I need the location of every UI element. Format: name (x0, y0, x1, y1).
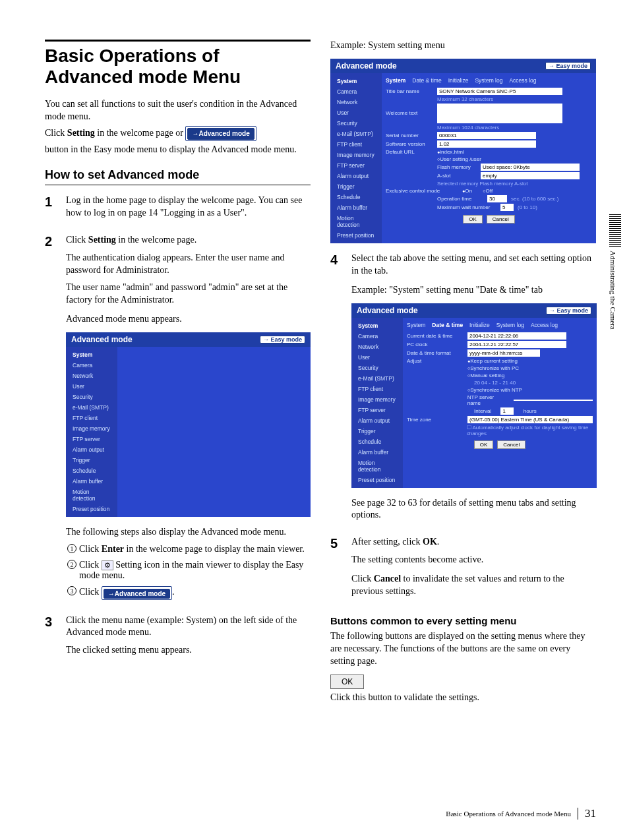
sidebar-item[interactable]: Motion detection (351, 458, 403, 475)
screenshot-advanced-menu: Advanced mode → Easy mode SystemCameraNe… (66, 332, 311, 517)
shot-sidebar-2: SystemCameraNetworkUserSecuritye-Mail (S… (330, 73, 382, 243)
easy-mode-link[interactable]: → Easy mode (260, 336, 305, 344)
sidebar-item[interactable]: Network (66, 371, 117, 381)
sidebar-item[interactable]: System (330, 76, 382, 86)
step-2: 2 Click Setting in the welcome page. The… (45, 234, 311, 605)
ok-button-image: OK (330, 675, 364, 689)
buttons-para: The following buttons are displayed on t… (330, 630, 596, 668)
sidebar-item[interactable]: Schedule (330, 192, 382, 202)
sidebar-item[interactable]: Preset position (351, 475, 403, 485)
sidebar-item[interactable]: Camera (66, 360, 117, 371)
sidebar-item[interactable]: Network (351, 342, 403, 352)
sidebar-item[interactable]: Trigger (351, 426, 403, 436)
page-number: 31 (585, 807, 596, 820)
sidebar-item[interactable]: Schedule (66, 465, 117, 476)
ok-button-2[interactable]: OK (474, 440, 494, 449)
sidebar-item[interactable]: User (330, 107, 382, 118)
substep-3: 3Click →Advanced mode. (67, 586, 311, 599)
sidebar-item[interactable]: User (66, 381, 117, 392)
ok-desc: Click this button to validate the settin… (330, 692, 596, 704)
sidebar-item[interactable]: Image memory (66, 423, 117, 434)
sidebar-item[interactable]: Security (330, 118, 382, 129)
sidebar-item[interactable]: e-Mail (SMTP) (351, 373, 403, 384)
sidebar-item[interactable]: System (351, 320, 403, 331)
sidebar-item[interactable]: Alarm buffer (351, 447, 403, 458)
ok-button[interactable]: OK (463, 215, 483, 224)
example-caption-1: Example: System setting menu (330, 40, 596, 52)
sidebar-item[interactable]: Alarm buffer (66, 476, 117, 487)
sidebar-item[interactable]: Alarm output (330, 171, 382, 181)
shot-sidebar: SystemCameraNetworkUserSecuritye-Mail (S… (66, 347, 117, 517)
sidebar-item[interactable]: Image memory (351, 394, 403, 405)
sidebar-item[interactable]: Preset position (330, 230, 382, 241)
sidebar-item[interactable]: System (66, 349, 117, 360)
intro-p3: button in the Easy mode menu to display … (45, 144, 311, 156)
sidebar-item[interactable]: Trigger (330, 181, 382, 192)
page-footer: Basic Operations of Advanced mode Menu 3… (446, 807, 596, 820)
cancel-button-2[interactable]: Cancel (497, 440, 525, 449)
easy-mode-link-2[interactable]: → Easy mode (545, 62, 591, 70)
step-3: 3 Click the menu name (example: System) … (45, 615, 311, 663)
sidebar-item[interactable]: e-Mail (SMTP) (66, 402, 117, 413)
sidebar-item[interactable]: Camera (330, 86, 382, 97)
sidebar-item[interactable]: Motion detection (66, 487, 117, 504)
sidebar-item[interactable]: Alarm output (351, 415, 403, 426)
sidebar-item[interactable]: Security (66, 392, 117, 402)
shot-sidebar-3: SystemCameraNetworkUserSecuritye-Mail (S… (351, 318, 403, 488)
shot-title: Advanced mode (71, 335, 133, 344)
screenshot-datetime-tab: Advanced mode → Easy mode SystemCameraNe… (351, 303, 597, 488)
sidebar-item[interactable]: FTP server (330, 160, 382, 171)
sidebar-item[interactable]: FTP server (66, 434, 117, 444)
page-title: Basic Operations of Advanced mode Menu (45, 45, 311, 88)
sidebar-item[interactable]: e-Mail (SMTP) (330, 129, 382, 139)
step-5: 5 After setting, click OK. The setting c… (330, 536, 596, 603)
sidebar-item[interactable]: FTP server (351, 405, 403, 415)
shot-tabs: System Date & time Initialize System log… (386, 77, 592, 84)
substep-1: 1Click Enter in the welcome page to disp… (67, 544, 311, 555)
right-column: Example: System setting menu Advanced mo… (330, 40, 596, 706)
substep-2: 2Click ⚙ Setting icon in the main viewer… (67, 560, 311, 581)
step-1: 1 Log in the home page to display the we… (45, 195, 311, 225)
cancel-button[interactable]: Cancel (487, 215, 515, 224)
sidebar-item[interactable]: Camera (351, 331, 403, 342)
advanced-mode-button-inline: →Advanced mode (185, 126, 256, 141)
sidebar-item[interactable]: Preset position (66, 504, 117, 514)
sidebar-item[interactable]: Alarm buffer (330, 202, 382, 213)
sidebar-item[interactable]: Schedule (351, 436, 403, 447)
sidebar-item[interactable]: Image memory (330, 150, 382, 160)
sidebar-item[interactable]: User (351, 352, 403, 363)
sidebar-item[interactable]: FTP client (66, 413, 117, 423)
sidebar-item[interactable]: FTP client (330, 139, 382, 150)
step-4: 4 Select the tab above the setting menu,… (330, 253, 596, 527)
buttons-heading: Buttons common to every setting menu (330, 615, 596, 626)
setting-icon: ⚙ (102, 560, 113, 570)
section-label-vertical: Administrating the Camera (609, 251, 617, 330)
sidebar-item[interactable]: Motion detection (330, 213, 382, 230)
sidebar-item[interactable]: FTP client (351, 384, 403, 394)
intro-p1: You can set all functions to suit the us… (45, 98, 311, 123)
thumb-index-bars (609, 214, 621, 247)
sidebar-item[interactable]: Network (330, 97, 382, 107)
easy-mode-link-3[interactable]: → Easy mode (546, 307, 591, 315)
left-column: Basic Operations of Advanced mode Menu Y… (45, 40, 311, 706)
sidebar-item[interactable]: Trigger (66, 455, 117, 465)
advanced-mode-button-inline-2: →Advanced mode (102, 586, 172, 599)
sidebar-item[interactable]: Security (351, 363, 403, 373)
screenshot-system-tab: Advanced mode → Easy mode SystemCameraNe… (330, 59, 596, 243)
howto-heading: How to set Advanced mode (45, 168, 311, 185)
sidebar-item[interactable]: Alarm output (66, 444, 117, 455)
top-rule (45, 40, 311, 42)
intro-p2: Click Setting in the welcome page or →Ad… (45, 126, 311, 141)
